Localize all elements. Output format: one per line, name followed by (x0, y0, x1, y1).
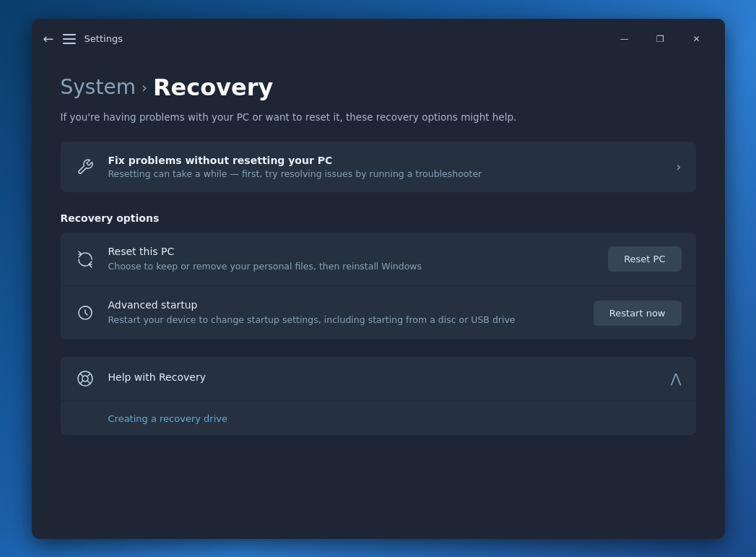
fix-card-chevron: › (676, 159, 681, 174)
help-chevron-icon: ⋀ (671, 371, 682, 386)
page-subtitle: If you're having problems with your PC o… (61, 110, 696, 124)
fix-card-desc: Resetting can take a while — first, try … (108, 168, 665, 179)
recovery-options-title: Recovery options (61, 212, 696, 224)
advanced-startup-title: Advanced startup (108, 299, 594, 311)
back-button[interactable]: ← (43, 31, 54, 46)
titlebar-title: Settings (84, 33, 123, 44)
restart-now-button[interactable]: Restart now (594, 301, 682, 326)
breadcrumb-separator: › (142, 79, 147, 96)
wrench-icon (75, 158, 95, 176)
advanced-startup-row: Advanced startup Restart your device to … (61, 285, 696, 340)
reset-pc-text: Reset this PC Choose to keep or remove y… (108, 246, 609, 273)
titlebar-controls: — ❐ ✕ (608, 27, 713, 51)
reset-pc-title: Reset this PC (108, 246, 609, 257)
titlebar-left: ← Settings (43, 31, 599, 46)
minimize-button[interactable]: — (608, 27, 641, 51)
reset-pc-button[interactable]: Reset PC (608, 246, 681, 272)
fix-card-title: Fix problems without resetting your PC (108, 155, 665, 166)
help-header[interactable]: Help with Recovery ⋀ (61, 357, 696, 400)
advanced-startup-text: Advanced startup Restart your device to … (108, 299, 594, 327)
close-button[interactable]: ✕ (680, 27, 713, 51)
help-body: Creating a recovery drive (61, 400, 696, 435)
fix-problems-card[interactable]: Fix problems without resetting your PC R… (61, 142, 696, 192)
breadcrumb: System › Recovery (61, 74, 696, 101)
reset-icon (75, 251, 95, 268)
breadcrumb-parent[interactable]: System (61, 75, 136, 99)
advanced-startup-desc: Restart your device to change startup se… (108, 314, 594, 327)
reset-pc-row: Reset this PC Choose to keep or remove y… (61, 233, 696, 286)
titlebar: ← Settings — ❐ ✕ (32, 19, 725, 59)
maximize-button[interactable]: ❐ (644, 27, 677, 51)
recovery-options-container: Reset this PC Choose to keep or remove y… (61, 233, 696, 340)
help-card: Help with Recovery ⋀ Creating a recovery… (61, 357, 696, 435)
settings-window: ← Settings — ❐ ✕ System › Recovery If yo… (32, 19, 725, 539)
help-title: Help with Recovery (108, 371, 206, 383)
main-content: System › Recovery If you're having probl… (32, 59, 725, 539)
reset-pc-desc: Choose to keep or remove your personal f… (108, 260, 609, 273)
hamburger-menu[interactable] (63, 34, 76, 44)
help-icon (75, 370, 95, 387)
fix-card-text: Fix problems without resetting your PC R… (108, 155, 665, 179)
recovery-drive-link[interactable]: Creating a recovery drive (108, 413, 227, 424)
breadcrumb-current: Recovery (153, 74, 274, 101)
startup-icon (75, 304, 95, 321)
